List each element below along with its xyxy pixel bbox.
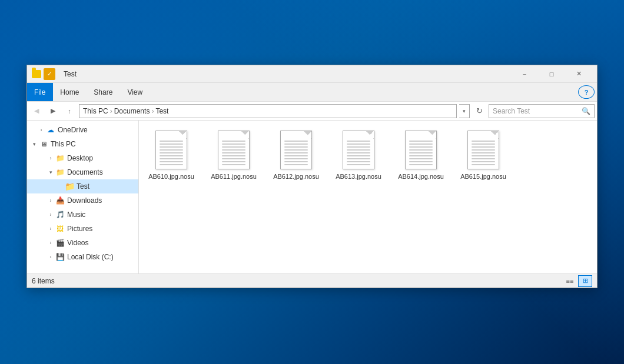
downloads-icon: 📥 bbox=[55, 196, 65, 205]
refresh-icon: ↻ bbox=[476, 106, 483, 115]
file-line bbox=[160, 143, 183, 145]
file-line bbox=[284, 161, 308, 162]
file-page bbox=[467, 131, 499, 169]
file-item[interactable]: AB610.jpg.nosu bbox=[145, 126, 198, 183]
sidebar-item-localdisk[interactable]: › 💾 Local Disk (C:) bbox=[27, 250, 138, 264]
file-icon bbox=[340, 129, 377, 171]
status-count: 6 items bbox=[32, 277, 55, 285]
sidebar-item-pictures[interactable]: › 🖼 Pictures bbox=[27, 222, 138, 236]
file-item[interactable]: AB612.jpg.nosu bbox=[270, 126, 323, 183]
file-line bbox=[222, 146, 245, 148]
up-button[interactable]: ↑ bbox=[62, 104, 77, 118]
ribbon: File Home Share View ? bbox=[27, 83, 597, 102]
sidebar-item-test[interactable]: 📁 Test bbox=[27, 179, 138, 193]
sidebar-label-onedrive: OneDrive bbox=[58, 126, 88, 134]
chevron-localdisk: › bbox=[46, 252, 55, 262]
window-folder-icon bbox=[32, 70, 41, 78]
tab-share-label: Share bbox=[94, 88, 112, 96]
file-line bbox=[409, 155, 433, 156]
title-bar: ✓ Test − □ ✕ bbox=[27, 65, 597, 83]
status-bar: 6 items ≡≡ ⊞ bbox=[27, 273, 597, 288]
file-line bbox=[284, 143, 308, 145]
file-icon bbox=[277, 129, 315, 171]
maximize-button[interactable]: □ bbox=[538, 65, 565, 83]
title-icons: ✓ bbox=[32, 68, 55, 80]
file-line bbox=[409, 149, 433, 151]
forward-icon: ▶ bbox=[51, 107, 55, 115]
file-line bbox=[472, 149, 495, 151]
view-large-button[interactable]: ⊞ bbox=[578, 275, 592, 287]
file-item[interactable]: AB613.jpg.nosu bbox=[332, 126, 385, 183]
sidebar-item-videos[interactable]: › 🎬 Videos bbox=[27, 236, 138, 250]
file-line bbox=[347, 161, 370, 162]
file-line bbox=[222, 161, 245, 162]
search-button[interactable]: 🔍 bbox=[581, 105, 590, 117]
pictures-icon: 🖼 bbox=[55, 224, 65, 233]
file-line bbox=[160, 155, 183, 156]
chevron-music: › bbox=[46, 210, 55, 219]
sidebar-label-documents: Documents bbox=[67, 168, 103, 176]
address-path[interactable]: This PC › Documents › Test bbox=[79, 104, 457, 118]
file-line bbox=[472, 143, 495, 145]
tab-file[interactable]: File bbox=[27, 83, 53, 101]
search-input[interactable] bbox=[493, 107, 581, 115]
file-line bbox=[160, 141, 183, 142]
sidebar-item-downloads[interactable]: › 📥 Downloads bbox=[27, 193, 138, 208]
file-line bbox=[472, 155, 495, 156]
tab-home[interactable]: Home bbox=[53, 83, 87, 101]
sidebar-item-onedrive[interactable]: › ☁ OneDrive bbox=[27, 123, 138, 137]
chevron-test bbox=[55, 182, 65, 191]
sidebar-label-desktop: Desktop bbox=[67, 154, 93, 162]
chevron-pictures: › bbox=[46, 224, 55, 233]
back-button[interactable]: ◀ bbox=[29, 104, 44, 118]
window-title: Test bbox=[64, 70, 511, 78]
file-item[interactable]: AB615.jpg.nosu bbox=[457, 126, 510, 183]
file-line bbox=[347, 155, 370, 156]
sidebar-item-documents[interactable]: ▾ 📁 Documents bbox=[27, 165, 138, 179]
sidebar-label-test: Test bbox=[77, 182, 89, 191]
sidebar: › ☁ OneDrive ▾ 🖥 This PC › 📁 Desktop ▾ 📁… bbox=[27, 121, 139, 273]
path-sep2: › bbox=[151, 107, 154, 115]
tab-home-label: Home bbox=[60, 88, 79, 96]
sidebar-label-localdisk: Local Disk (C:) bbox=[67, 253, 114, 261]
file-line bbox=[347, 143, 370, 145]
file-page bbox=[218, 131, 250, 169]
file-line bbox=[472, 152, 495, 153]
sidebar-item-music[interactable]: › 🎵 Music bbox=[27, 208, 138, 222]
close-button[interactable]: ✕ bbox=[565, 65, 592, 83]
view-list-button[interactable]: ≡≡ bbox=[563, 275, 577, 287]
tab-view[interactable]: View bbox=[120, 83, 150, 101]
chevron-videos: › bbox=[46, 238, 55, 248]
file-line bbox=[222, 141, 245, 142]
minimize-button[interactable]: − bbox=[511, 65, 538, 83]
file-name: AB612.jpg.nosu bbox=[273, 172, 319, 181]
path-test[interactable]: Test bbox=[155, 107, 168, 115]
refresh-button[interactable]: ↻ bbox=[472, 104, 486, 118]
sidebar-item-desktop[interactable]: › 📁 Desktop bbox=[27, 151, 138, 165]
file-line bbox=[472, 161, 495, 162]
file-lines bbox=[347, 141, 370, 165]
quick-access-button[interactable]: ✓ bbox=[44, 68, 55, 80]
file-page bbox=[280, 131, 312, 169]
chevron-documents: ▾ bbox=[46, 168, 55, 177]
path-sep1: › bbox=[110, 107, 112, 115]
file-line bbox=[222, 149, 245, 151]
chevron-thispc: ▾ bbox=[29, 139, 39, 149]
address-dropdown[interactable]: ▾ bbox=[459, 104, 470, 118]
help-button[interactable]: ? bbox=[578, 85, 595, 99]
path-documents[interactable]: Documents bbox=[114, 107, 150, 115]
forward-button[interactable]: ▶ bbox=[46, 104, 60, 118]
file-name: AB614.jpg.nosu bbox=[398, 172, 444, 181]
search-box[interactable]: 🔍 bbox=[489, 104, 595, 118]
file-grid: AB610.jpg.nosu AB611.jpg.nosu AB612.jpg.… bbox=[145, 126, 591, 183]
tab-share[interactable]: Share bbox=[87, 83, 120, 101]
path-thispc[interactable]: This PC bbox=[83, 107, 108, 115]
file-name: AB610.jpg.nosu bbox=[148, 172, 194, 181]
sidebar-item-thispc[interactable]: ▾ 🖥 This PC bbox=[27, 137, 138, 151]
documents-icon: 📁 bbox=[55, 168, 65, 177]
file-line bbox=[222, 155, 245, 156]
file-item[interactable]: AB614.jpg.nosu bbox=[394, 126, 447, 183]
file-item[interactable]: AB611.jpg.nosu bbox=[207, 126, 260, 183]
localdisk-icon: 💾 bbox=[55, 252, 65, 262]
desktop-icon: 📁 bbox=[55, 153, 65, 163]
